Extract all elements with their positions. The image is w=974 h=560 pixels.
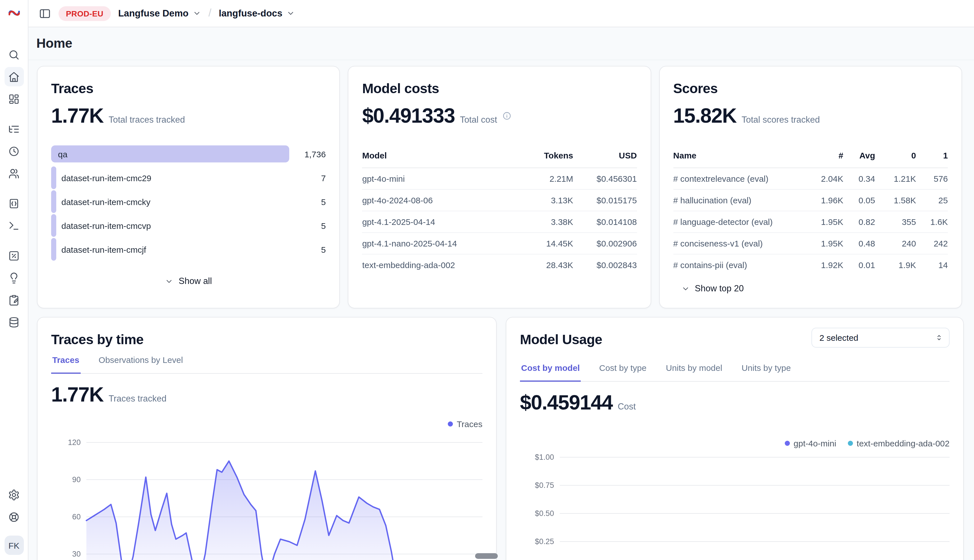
gear-icon	[8, 489, 20, 501]
trace-label: dataset-run-item-cmcjf	[61, 245, 146, 254]
trace-list-item[interactable]: dataset-run-item-cmcvp5	[51, 213, 326, 237]
table-cell: 1.21K	[875, 174, 916, 183]
trace-label: dataset-run-item-cmc29	[61, 173, 152, 183]
column-header: Avg	[843, 150, 875, 160]
metric-value: 1.77K	[51, 104, 104, 128]
sidebar-item-search[interactable]	[4, 45, 23, 64]
tab-traces[interactable]: Traces	[51, 355, 80, 374]
sidebar-item-playground[interactable]	[4, 216, 23, 235]
table-cell: # conciseness-v1 (eval)	[673, 238, 807, 248]
model-usage-card: Model Usage 2 selected Cost by modelCost…	[506, 317, 964, 560]
clock-icon	[8, 145, 20, 157]
sidebar-item-evaluations[interactable]	[4, 246, 23, 265]
trace-bar	[51, 145, 289, 162]
column-header: 0	[875, 150, 916, 160]
trace-bar	[51, 167, 56, 189]
show-top-20-button[interactable]: Show top 20	[681, 283, 743, 293]
card-title: Model costs	[362, 80, 637, 97]
svg-text:90: 90	[72, 475, 81, 484]
chevrons-up-down-icon	[935, 333, 943, 342]
sidebar-bottom: FK	[4, 482, 23, 560]
legend-dot	[847, 441, 853, 446]
traces-by-time-metric: 1.77K Traces tracked	[51, 383, 483, 407]
trace-list-item[interactable]: dataset-run-item-cmcky5	[51, 190, 326, 213]
layout-dashboard-icon	[8, 93, 20, 105]
page-header: Home	[28, 27, 974, 60]
metric-description: Cost	[618, 402, 636, 412]
model-cost-row: text-embedding-ada-00228.43K$0.002843	[362, 255, 637, 275]
org-switcher[interactable]: Langfuse Demo	[118, 8, 201, 19]
legend-item-gpt-4o-mini[interactable]: gpt-4o-mini	[785, 438, 836, 448]
square-percent-icon	[8, 250, 20, 262]
model-usage-line-chart: $1.00$0.75$0.50$0.25	[520, 450, 950, 560]
project-switcher[interactable]: langfuse-docs	[219, 8, 295, 19]
show-all-label: Show all	[179, 276, 212, 286]
horizontal-scrollbar-thumb[interactable]	[475, 553, 498, 559]
table-cell: 0.05	[843, 195, 875, 205]
table-cell: 576	[916, 174, 948, 183]
sidebar: FK	[0, 0, 28, 560]
table-cell: text-embedding-ada-002	[362, 260, 521, 270]
sidebar-item-datasets[interactable]	[4, 312, 23, 332]
page-title: Home	[37, 36, 72, 51]
trace-list-item[interactable]: dataset-run-item-cmc297	[51, 166, 326, 190]
show-all-button[interactable]: Show all	[165, 276, 212, 286]
sidebar-item-sessions[interactable]	[4, 142, 23, 161]
environment-badge: PROD-EU	[58, 6, 111, 21]
svg-text:120: 120	[68, 438, 81, 447]
sidebar-item-settings[interactable]	[4, 485, 23, 504]
trace-value: 5	[321, 245, 326, 254]
chevron-down-icon	[193, 9, 201, 18]
model-select-dropdown[interactable]: 2 selected	[812, 328, 950, 348]
user-avatar[interactable]: FK	[4, 536, 23, 555]
sidebar-item-support[interactable]	[4, 507, 23, 527]
tab-observations-by-level[interactable]: Observations by Level	[97, 355, 184, 374]
sidebar-item-users[interactable]	[4, 163, 23, 183]
chevron-down-icon	[286, 9, 295, 18]
trace-label: dataset-run-item-cmcvp	[61, 221, 151, 230]
table-cell: # hallucination (eval)	[673, 195, 807, 205]
sidebar-item-annotation[interactable]	[4, 290, 23, 310]
traces-bar-list: qa1,736dataset-run-item-cmc297dataset-ru…	[51, 142, 326, 261]
sidebar-item-insights[interactable]	[4, 268, 23, 287]
card-title: Traces by time	[51, 331, 483, 348]
column-header: USD	[573, 150, 637, 160]
sidebar-item-dashboards[interactable]	[4, 89, 23, 108]
model-costs-metric: $0.491333 Total cost	[362, 104, 637, 128]
trace-list-item[interactable]: dataset-run-item-cmcjf5	[51, 237, 326, 261]
terminal-icon	[8, 220, 20, 232]
tab-cost-by-type[interactable]: Cost by type	[598, 363, 648, 382]
legend-item-traces[interactable]: Traces	[448, 419, 483, 429]
sidebar-toggle-button[interactable]	[38, 7, 51, 20]
langfuse-logo[interactable]	[7, 6, 21, 20]
topbar: PROD-EU Langfuse Demo / langfuse-docs	[28, 0, 974, 27]
tab-units-by-type[interactable]: Units by type	[740, 363, 792, 382]
model-costs-card: Model costs $0.491333 Total cost ModelTo…	[348, 66, 651, 308]
metric-value: $0.491333	[362, 104, 455, 128]
card-title: Traces	[51, 80, 326, 97]
trace-label: dataset-run-item-cmcky	[61, 197, 150, 207]
chevron-down-icon	[681, 284, 690, 293]
table-cell: 1.58K	[875, 195, 916, 205]
score-row: # conciseness-v1 (eval)1.95K0.48240242	[673, 233, 948, 255]
metric-description: Total cost	[460, 115, 497, 125]
metric-description: Traces tracked	[109, 393, 167, 404]
table-cell: gpt-4o-2024-08-06	[362, 195, 521, 205]
cards-row-1: Traces 1.77K Total traces tracked qa1,73…	[37, 66, 962, 308]
home-icon	[8, 71, 20, 83]
sidebar-item-tracing[interactable]	[4, 119, 23, 138]
tab-cost-by-model[interactable]: Cost by model	[520, 363, 581, 382]
info-icon[interactable]	[502, 111, 511, 120]
table-cell: 25	[916, 195, 948, 205]
sidebar-item-prompts[interactable]	[4, 194, 23, 213]
svg-text:$0.25: $0.25	[535, 537, 554, 546]
table-cell: 28.43K	[521, 260, 573, 270]
tab-units-by-model[interactable]: Units by model	[665, 363, 723, 382]
trace-list-item[interactable]: qa1,736	[51, 142, 326, 166]
sidebar-item-home[interactable]	[4, 67, 23, 86]
trace-value: 5	[321, 221, 326, 230]
trace-bar	[51, 190, 56, 213]
table-cell: 2.21M	[521, 174, 573, 183]
legend-item-text-embedding-ada-002[interactable]: text-embedding-ada-002	[847, 438, 950, 448]
project-name: langfuse-docs	[219, 8, 282, 19]
